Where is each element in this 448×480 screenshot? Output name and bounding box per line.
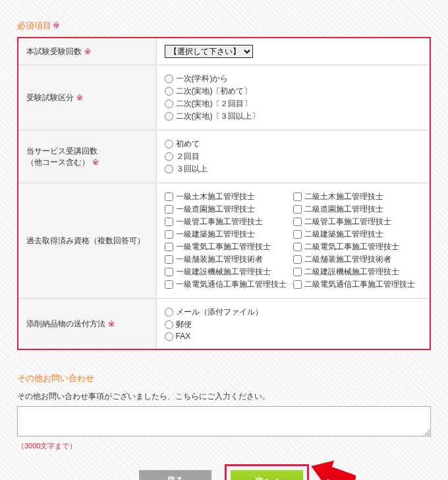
chk-b-6[interactable]: 二級建設機械施工管理技士	[293, 266, 422, 278]
chk-b-1[interactable]: 二級造園施工管理技士	[293, 204, 422, 215]
svg-marker-0	[310, 458, 356, 480]
qual-column-b: 二級土木施工管理技士 二級造園施工管理技士 二級管工事施工管理技士 二級建築施工…	[293, 190, 422, 291]
chk-a-5[interactable]: 一級舗装施工管理技術者	[165, 254, 293, 265]
radio-exam-cat-3[interactable]: 二次(実地)〔３回以上〕	[165, 111, 422, 122]
radio-exam-cat-0[interactable]: 一次(学科)から	[165, 73, 422, 84]
row-exam-category: 受験試験区分 一次(学科)から 二次(実地)〔初めて〕 二次(実地)〔２回目〕 …	[18, 65, 430, 131]
radio-exam-cat-2[interactable]: 二次(実地)〔２回目〕	[165, 98, 422, 109]
label-exam-count: 本試験受験回数	[18, 38, 156, 65]
radio-svc-0[interactable]: 初めて	[165, 138, 422, 150]
chk-a-3[interactable]: 一級建築施工管理技士	[165, 229, 293, 240]
chk-a-6[interactable]: 一級建設機械施工管理技士	[165, 266, 293, 278]
radio-deliv-2[interactable]: FAX	[165, 332, 422, 341]
radio-svc-1[interactable]: ２回目	[165, 151, 422, 162]
radio-exam-cat-1[interactable]: 二次(実地)〔初めて〕	[165, 86, 422, 97]
radio-deliv-0[interactable]: メール（添付ファイル）	[165, 307, 422, 318]
chk-b-4[interactable]: 二級電気工事施工管理技士	[293, 241, 422, 253]
chk-a-2[interactable]: 一級管工事施工管理技士	[165, 216, 293, 227]
back-button[interactable]: 戻る	[139, 470, 211, 480]
chk-a-1[interactable]: 一級造園施工管理技士	[165, 204, 293, 215]
chk-b-3[interactable]: 二級建築施工管理技士	[293, 229, 422, 240]
other-inquiry-desc: その他お問い合わせ事項がございましたら、こちらにご入力ください。	[17, 391, 431, 402]
label-delivery: 添削納品物の送付方法	[18, 299, 156, 350]
chk-a-0[interactable]: 一級土木施工管理技士	[165, 191, 293, 202]
other-inquiry-textarea[interactable]	[17, 406, 431, 436]
row-service-count: 当サービス受講回数 （他コース含む） 初めて ２回目 ３回以上	[18, 131, 430, 183]
chk-b-7[interactable]: 二級電気通信工事施工管理技士	[293, 279, 422, 290]
next-button-highlight: 次へ	[225, 464, 309, 480]
chk-b-2[interactable]: 二級管工事施工管理技士	[293, 216, 422, 227]
chk-a-4[interactable]: 一級電気工事施工管理技士	[165, 241, 293, 253]
select-exam-count[interactable]: 【選択して下さい】	[165, 45, 253, 58]
label-past-quals: 過去取得済み資格（複数回答可）	[18, 183, 156, 299]
radio-deliv-1[interactable]: 郵便	[165, 319, 422, 330]
chk-a-7[interactable]: 一級電気通信工事施工管理技士	[165, 279, 293, 290]
qual-column-a: 一級土木施工管理技士 一級造園施工管理技士 一級管工事施工管理技士 一級建築施工…	[165, 190, 293, 291]
next-button[interactable]: 次へ	[231, 470, 303, 480]
radio-svc-2[interactable]: ３回以上	[165, 164, 422, 175]
row-delivery-method: 添削納品物の送付方法 メール（添付ファイル） 郵便 FAX	[18, 299, 430, 350]
row-past-qualifications: 過去取得済み資格（複数回答可） 一級土木施工管理技士 一級造園施工管理技士 一級…	[18, 183, 430, 299]
label-service-count: 当サービス受講回数 （他コース含む）	[18, 131, 156, 183]
required-form-table: 本試験受験回数 【選択して下さい】 受験試験区分 一次(学科)から 二次(実地)…	[17, 37, 431, 350]
required-section-title: 必須項目	[17, 20, 431, 32]
button-row: 戻る 次へ	[17, 464, 431, 480]
row-exam-count: 本試験受験回数 【選択して下さい】	[18, 38, 430, 65]
annotation-arrow-icon	[310, 458, 356, 480]
label-exam-category: 受験試験区分	[18, 65, 156, 131]
char-limit-note: （3000文字まで）	[17, 441, 431, 451]
chk-b-5[interactable]: 二級舗装施工管理技術者	[293, 254, 422, 265]
other-inquiry-title: その他お問い合わせ	[17, 373, 431, 384]
chk-b-0[interactable]: 二級土木施工管理技士	[293, 191, 422, 202]
